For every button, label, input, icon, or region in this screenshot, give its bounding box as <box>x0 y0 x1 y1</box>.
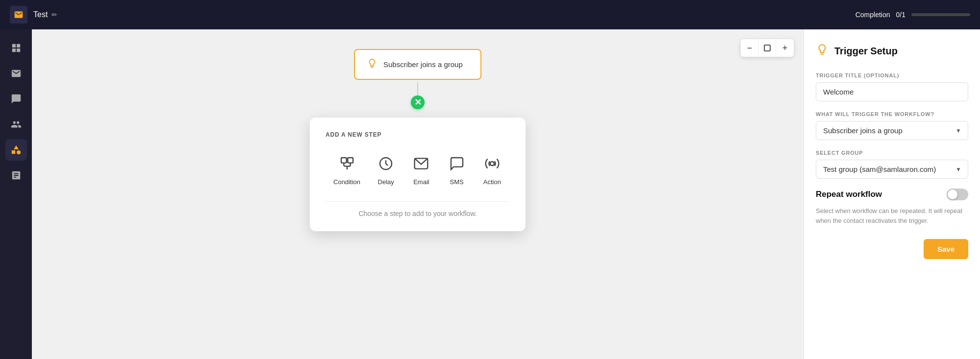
add-step-title: ADD A NEW STEP <box>326 131 510 138</box>
email-step-icon <box>411 154 431 173</box>
select-group-label: SELECT GROUP <box>816 150 968 156</box>
canvas-content: Subscriber joins a group ✕ ADD A NEW STE… <box>32 29 804 359</box>
delay-icon <box>376 154 396 173</box>
workflow-trigger-select[interactable]: Subscriber joins a group Subscriber leav… <box>816 121 968 140</box>
svg-rect-6 <box>341 158 347 163</box>
delay-label: Delay <box>378 178 394 186</box>
title-text: Test <box>33 10 48 19</box>
workflow-trigger-select-wrap: Subscriber joins a group Subscriber leav… <box>816 121 968 140</box>
repeat-row: Repeat workflow <box>816 189 968 200</box>
panel-bulb-icon <box>816 43 829 59</box>
svg-rect-5 <box>11 150 15 154</box>
condition-label: Condition <box>333 178 360 186</box>
sidebar <box>0 29 32 359</box>
save-button[interactable]: Save <box>924 239 968 259</box>
email-step-label: Email <box>413 178 429 186</box>
condition-icon <box>337 154 357 173</box>
zoom-fit-icon <box>764 45 771 51</box>
select-group-select[interactable]: Test group (sam@samlauron.com) <box>816 160 968 179</box>
action-label: Action <box>483 178 501 186</box>
topbar: Test ✏ Completion 0/1 <box>0 0 980 29</box>
panel-title-row: Trigger Setup <box>816 43 968 59</box>
svg-point-4 <box>16 150 20 154</box>
sms-icon <box>447 154 467 173</box>
step-option-condition[interactable]: Condition <box>327 150 366 190</box>
sidebar-item-email[interactable] <box>5 63 27 84</box>
add-step-hint: Choose a step to add to your workflow. <box>326 210 510 217</box>
completion-value: 0/1 <box>896 11 905 19</box>
sidebar-item-contacts[interactable] <box>5 114 27 135</box>
svg-rect-3 <box>16 48 20 52</box>
action-icon <box>482 154 502 173</box>
step-option-action[interactable]: Action <box>477 150 508 190</box>
trigger-node[interactable]: Subscriber joins a group <box>354 49 481 80</box>
add-step-button[interactable]: ✕ <box>411 96 425 109</box>
completion-label: Completion <box>855 11 890 19</box>
sidebar-item-automation[interactable] <box>5 139 27 161</box>
sidebar-item-chat[interactable] <box>5 88 27 110</box>
connector-line <box>417 82 418 96</box>
workflow-trigger-label: WHAT WILL TRIGGER THE WORKFLOW? <box>816 111 968 117</box>
add-step-divider <box>326 201 510 202</box>
page-title: Test ✏ <box>33 10 57 19</box>
trigger-title-label: TRIGGER TITLE (OPTIONAL) <box>816 72 968 78</box>
step-option-sms[interactable]: SMS <box>441 150 473 190</box>
trigger-title-input[interactable] <box>816 82 968 101</box>
svg-rect-0 <box>12 44 15 48</box>
svg-rect-1 <box>16 44 20 48</box>
step-option-delay[interactable]: Delay <box>370 150 402 190</box>
sms-label: SMS <box>450 178 464 186</box>
app-logo <box>10 6 27 24</box>
panel-title: Trigger Setup <box>834 46 898 57</box>
add-step-modal: ADD A NEW STEP Condition <box>310 118 526 231</box>
sidebar-item-dashboard[interactable] <box>5 37 27 59</box>
main-canvas: Subscriber joins a group ✕ ADD A NEW STE… <box>32 29 804 359</box>
edit-icon[interactable]: ✏ <box>51 11 57 19</box>
select-group-select-wrap: Test group (sam@samlauron.com) ▼ <box>816 160 968 179</box>
step-option-email[interactable]: Email <box>405 150 437 190</box>
topbar-right: Completion 0/1 <box>855 11 970 19</box>
svg-point-11 <box>490 162 494 166</box>
zoom-in-button[interactable]: + <box>776 39 794 57</box>
svg-rect-2 <box>12 48 15 52</box>
right-panel: Trigger Setup TRIGGER TITLE (OPTIONAL) W… <box>804 29 980 359</box>
zoom-controls: − + <box>741 39 794 57</box>
toggle-knob <box>948 190 957 199</box>
trigger-bulb-icon <box>367 58 377 71</box>
svg-rect-7 <box>348 158 353 163</box>
add-step-options: Condition Delay <box>326 150 510 190</box>
trigger-node-label: Subscriber joins a group <box>383 60 463 69</box>
repeat-toggle[interactable] <box>947 189 968 200</box>
zoom-fit-button[interactable] <box>758 39 776 57</box>
repeat-description: Select when workflow can be repeated. It… <box>816 206 968 225</box>
repeat-label: Repeat workflow <box>816 190 882 199</box>
sidebar-item-reports[interactable] <box>5 165 27 186</box>
zoom-out-button[interactable]: − <box>741 39 758 57</box>
completion-bar-wrapper <box>911 13 970 16</box>
topbar-left: Test ✏ <box>10 6 57 24</box>
